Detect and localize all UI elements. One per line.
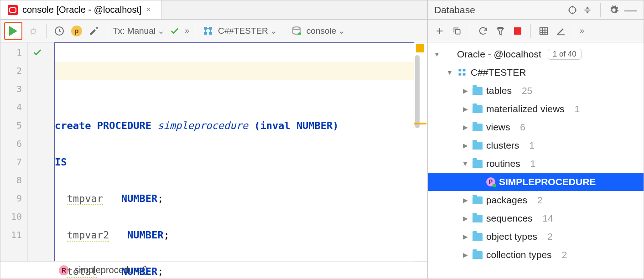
table-view-button[interactable] xyxy=(536,23,551,39)
folder-icon xyxy=(473,105,483,113)
schema-icon xyxy=(457,68,467,77)
stop-button[interactable] xyxy=(510,23,525,39)
schema-dropdown[interactable]: C##TESTER⌄ xyxy=(218,26,277,36)
tab-title: console [Oracle - @localhost] xyxy=(22,5,142,15)
svg-rect-16 xyxy=(463,73,466,76)
scrollbar-thumb[interactable] xyxy=(415,55,420,128)
refresh-button[interactable] xyxy=(476,23,490,39)
expand-icon[interactable]: ▼ xyxy=(446,69,453,76)
filter-button[interactable] xyxy=(493,23,508,39)
debug-button[interactable] xyxy=(26,23,41,39)
warning-marker[interactable] xyxy=(414,123,426,124)
play-icon xyxy=(9,26,17,36)
tree-folder[interactable]: ▶sequences 14 xyxy=(428,209,644,227)
tree-folder[interactable]: ▶collection types 2 xyxy=(428,246,644,264)
playground-button[interactable]: p xyxy=(69,23,84,39)
svg-rect-4 xyxy=(204,32,207,35)
folder-label: object types xyxy=(486,231,537,242)
folder-count: 1 xyxy=(530,158,536,169)
folder-label: clusters xyxy=(486,140,519,151)
expand-icon[interactable]: ▶ xyxy=(462,251,469,258)
datasource-node[interactable]: ▼ Oracle - @localhost 1 of 40 xyxy=(428,45,644,63)
oracle-icon xyxy=(8,5,18,15)
expand-icon[interactable]: ▶ xyxy=(462,105,469,113)
folder-label: packages xyxy=(486,195,527,206)
svg-rect-13 xyxy=(459,69,462,72)
folder-label: views xyxy=(486,122,510,133)
run-button[interactable] xyxy=(4,22,22,40)
line-gutter: 1234567891011 xyxy=(0,42,28,261)
editor-tab[interactable]: console [Oracle - @localhost] × xyxy=(0,0,161,19)
expand-icon[interactable]: ▶ xyxy=(462,233,469,240)
folder-icon xyxy=(473,160,483,168)
expand-icon[interactable]: ▶ xyxy=(462,124,469,131)
expand-icon[interactable]: ▶ xyxy=(462,87,469,94)
expand-icon[interactable]: ▼ xyxy=(462,160,469,167)
folder-label: tables xyxy=(486,85,512,96)
svg-point-6 xyxy=(293,27,300,30)
editor-tabbar: console [Oracle - @localhost] × xyxy=(0,0,427,20)
tx-mode-dropdown[interactable]: Tx: Manual⌄ xyxy=(113,26,165,36)
duplicate-button[interactable] xyxy=(450,23,464,39)
database-panel-header: Database — xyxy=(428,0,644,20)
folder-count: 14 xyxy=(542,213,553,224)
gear-icon[interactable] xyxy=(609,5,619,15)
editor-markstrip[interactable] xyxy=(414,42,427,261)
history-button[interactable] xyxy=(52,23,67,39)
collapse-icon[interactable] xyxy=(583,5,592,15)
tree-folder[interactable]: ▶views 6 xyxy=(428,118,644,136)
folder-count: 6 xyxy=(520,122,525,133)
folder-label: routines xyxy=(486,158,520,169)
schema-node[interactable]: ▼ C##TESTER xyxy=(428,63,644,82)
more-icon[interactable]: » xyxy=(580,26,584,36)
database-toolbar: » xyxy=(428,20,644,42)
folder-label: collection types xyxy=(486,249,552,260)
tree-folder[interactable]: ▶tables 25 xyxy=(428,82,644,100)
svg-rect-2 xyxy=(204,27,207,30)
edit-button[interactable] xyxy=(554,23,568,39)
routines-folder[interactable]: ▼routines 1 xyxy=(428,155,644,173)
tree-folder[interactable]: ▶object types 2 xyxy=(428,227,644,246)
folder-count: 1 xyxy=(574,103,580,114)
tree-folder[interactable]: ▶clusters 1 xyxy=(428,136,644,155)
schema-icon xyxy=(201,23,215,39)
datasource-icon xyxy=(289,23,304,39)
stop-icon xyxy=(514,27,521,35)
inspection-warning-icon[interactable] xyxy=(416,44,424,52)
svg-rect-12 xyxy=(557,34,565,35)
new-button[interactable] xyxy=(432,23,447,39)
commit-button[interactable] xyxy=(167,23,182,39)
code-editor[interactable]: 1234567891011 create PROCEDURE simplepro… xyxy=(0,42,427,261)
more-icon[interactable]: » xyxy=(185,26,189,36)
console-toolbar: p Tx: Manual⌄ » C##TESTER⌄ console⌄ xyxy=(0,20,427,42)
folder-count: 1 xyxy=(529,140,535,151)
tree-folder[interactable]: ▶packages 2 xyxy=(428,191,644,209)
expand-icon[interactable]: ▶ xyxy=(462,215,469,222)
folder-icon xyxy=(473,87,483,95)
folder-count: 25 xyxy=(522,85,532,96)
svg-rect-15 xyxy=(459,73,462,76)
folder-label: sequences xyxy=(486,213,533,224)
expand-icon[interactable]: ▶ xyxy=(462,196,469,204)
folder-icon xyxy=(473,196,483,204)
fold-gutter[interactable] xyxy=(47,42,54,261)
datasource-dropdown[interactable]: console⌄ xyxy=(306,26,346,36)
folder-icon xyxy=(473,251,483,259)
folder-icon xyxy=(473,124,483,131)
code-area[interactable]: create PROCEDURE simpleprocedure (inval … xyxy=(54,42,414,261)
target-icon[interactable] xyxy=(567,5,577,15)
folder-count: 2 xyxy=(561,249,567,260)
svg-rect-14 xyxy=(463,69,466,72)
datasource-label: Oracle - @localhost xyxy=(457,49,541,60)
database-tree[interactable]: ▼ Oracle - @localhost 1 of 40 ▼ C##TESTE… xyxy=(428,42,644,279)
svg-point-7 xyxy=(298,32,301,35)
close-icon[interactable]: × xyxy=(146,5,151,15)
count-pill: 1 of 40 xyxy=(548,49,582,60)
panel-title: Database xyxy=(434,5,475,16)
expand-icon[interactable]: ▶ xyxy=(462,142,469,149)
settings-button[interactable] xyxy=(87,23,101,39)
folder-icon xyxy=(473,142,483,150)
expand-icon[interactable]: ▼ xyxy=(433,51,441,58)
tree-folder[interactable]: ▶materialized views 1 xyxy=(428,100,644,118)
routine-item-selected[interactable]: PSIMPLEPROCEDURE xyxy=(428,173,644,191)
